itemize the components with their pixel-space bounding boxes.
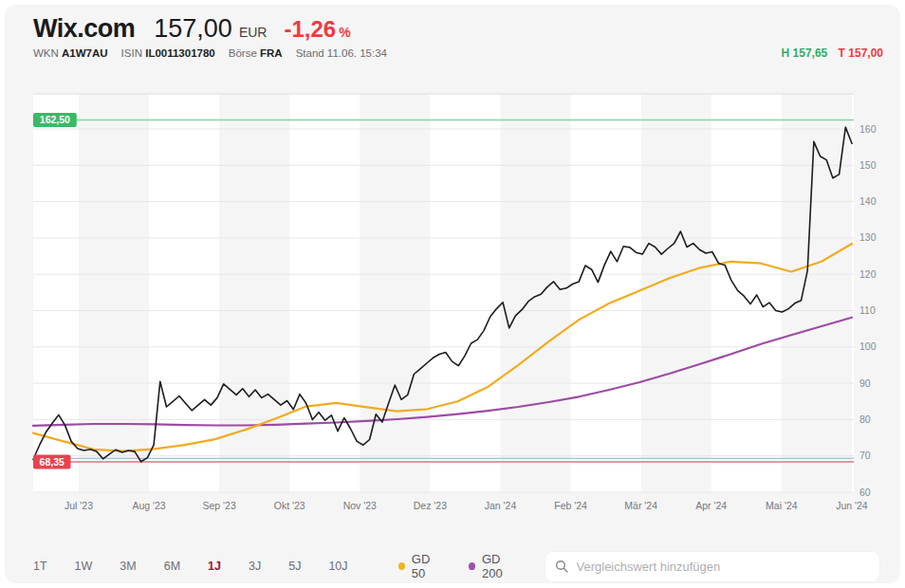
range-button-5J[interactable]: 5J [288,556,301,577]
legend-item-gd-200[interactable]: GD 200 [469,552,521,580]
chart-legend: GD 50GD 200 [398,552,545,580]
low-52w-badge-label: 68,35 [40,456,65,468]
month-band [571,94,641,492]
month-band [33,94,79,492]
y-axis-label: 70 [859,450,871,461]
y-axis-label: 120 [859,268,877,280]
range-button-3J[interactable]: 3J [249,556,261,577]
range-buttons: 1T1W3M6M1J3J5J10J [33,556,376,577]
high-low: H 157,65 T 157,00 [782,46,883,60]
y-axis-label: 110 [859,304,876,316]
currency-label: EUR [239,25,268,40]
x-axis-label: Okt '23 [274,500,305,511]
month-band [852,94,854,492]
y-axis-label: 140 [859,195,877,207]
toolbar: 1T1W3M6M1J3J5J10J GD 50GD 200 [33,551,879,581]
high-52w-badge-label: 162,50 [40,114,70,125]
x-axis-label: Apr '24 [695,500,727,511]
x-axis-label: Aug '23 [132,500,165,511]
range-button-3M[interactable]: 3M [120,556,136,577]
compare-searchbox[interactable] [545,552,880,581]
x-axis-label: Jan '24 [485,500,517,511]
chart-card: 60708090100110120130140150160Jul '23Aug … [5,5,900,583]
search-icon [555,560,568,573]
range-button-1T[interactable]: 1T [33,556,47,577]
x-axis-label: Jul '23 [65,500,93,511]
x-axis-label: Mai '24 [766,500,798,511]
stock-widget: 60708090100110120130140150160Jul '23Aug … [0,0,905,588]
y-axis-label: 160 [859,123,877,135]
range-button-6M[interactable]: 6M [164,556,180,577]
current-price: 157,00 [154,14,232,44]
wkn: WKN A1W7AU [33,47,108,59]
y-axis-label: 150 [859,159,877,171]
day-high: H 157,65 [782,46,828,60]
range-button-1W[interactable]: 1W [75,556,93,577]
month-band [289,94,360,492]
x-axis-label: Dez '23 [414,500,447,511]
y-axis-label: 80 [859,413,871,425]
timestamp: Stand 11.06. 15:34 [296,47,387,59]
range-button-10J[interactable]: 10J [328,556,347,577]
y-axis-label: 130 [859,231,877,243]
x-axis-label: Mär '24 [624,500,657,511]
legend-label: GD 200 [482,552,521,580]
month-band [711,94,782,492]
price-chart[interactable]: 60708090100110120130140150160Jul '23Aug … [5,5,905,588]
legend-label: GD 50 [412,552,444,580]
x-axis-label: Feb '24 [554,500,587,511]
month-band [430,94,500,492]
exchange: Börse FRA [229,47,283,59]
x-axis-label: Sep '23 [203,500,236,511]
x-axis-label: Jun '24 [836,500,868,511]
percent-sign: % [339,25,350,40]
x-axis-label: Nov '23 [343,500,377,511]
y-axis-label: 90 [859,377,871,389]
month-band [149,94,219,492]
range-button-1J[interactable]: 1J [208,556,221,577]
change-value: -1,26 [284,16,336,42]
legend-item-gd-50[interactable]: GD 50 [398,552,444,580]
legend-dot [398,562,405,570]
legend-dot [469,562,475,570]
change-percent: -1,26% [284,16,350,43]
header: Wix.com 157,00 EUR -1,26% WKN A1W7AU ISI… [33,14,883,44]
instrument-name: Wix.com [33,14,135,44]
day-low: T 157,00 [839,46,883,60]
isin: ISIN IL0011301780 [121,47,215,59]
y-axis-label: 100 [859,340,877,352]
compare-search-input[interactable] [575,559,871,575]
y-axis-label: 60 [859,487,871,498]
meta-row: WKN A1W7AU ISIN IL0011301780 Börse FRA S… [33,46,883,60]
